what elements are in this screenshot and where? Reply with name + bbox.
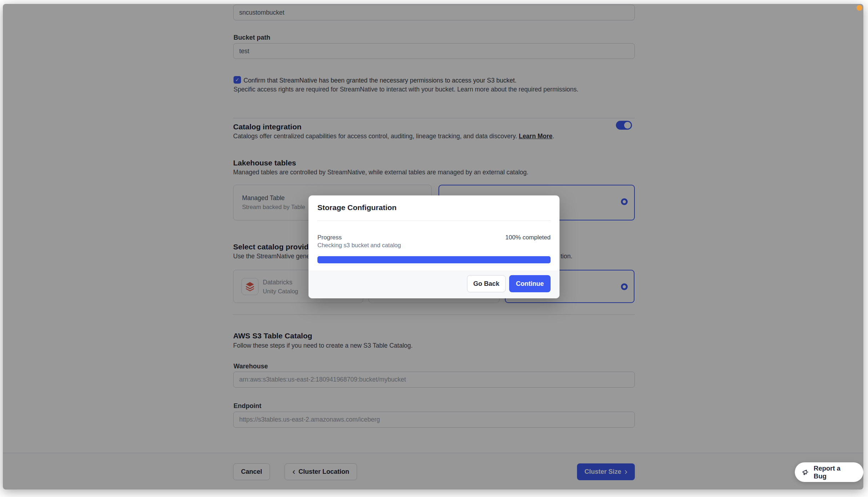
modal-title: Storage Configuration xyxy=(317,203,397,212)
continue-label: Continue xyxy=(516,280,544,288)
report-a-bug-button[interactable]: Report a Bug xyxy=(795,462,863,482)
notification-dot xyxy=(857,5,862,11)
go-back-button[interactable]: Go Back xyxy=(467,275,506,292)
megaphone-icon xyxy=(802,468,810,476)
modal-divider xyxy=(317,220,551,221)
progress-status: 100% completed xyxy=(505,234,551,241)
progress-bar-track xyxy=(317,256,551,263)
progress-bar-fill xyxy=(317,256,551,263)
progress-detail: Checking s3 bucket and catalog xyxy=(317,242,401,249)
modal-footer: Go Back Continue xyxy=(308,270,560,298)
progress-label: Progress xyxy=(317,234,342,241)
storage-configuration-modal: Storage Configuration Progress 100% comp… xyxy=(308,195,560,298)
continue-button[interactable]: Continue xyxy=(509,275,551,292)
app-window: Bucket path ✓ Confirm that StreamNative … xyxy=(3,4,863,489)
report-a-bug-label: Report a Bug xyxy=(814,464,855,480)
go-back-label: Go Back xyxy=(473,280,499,288)
